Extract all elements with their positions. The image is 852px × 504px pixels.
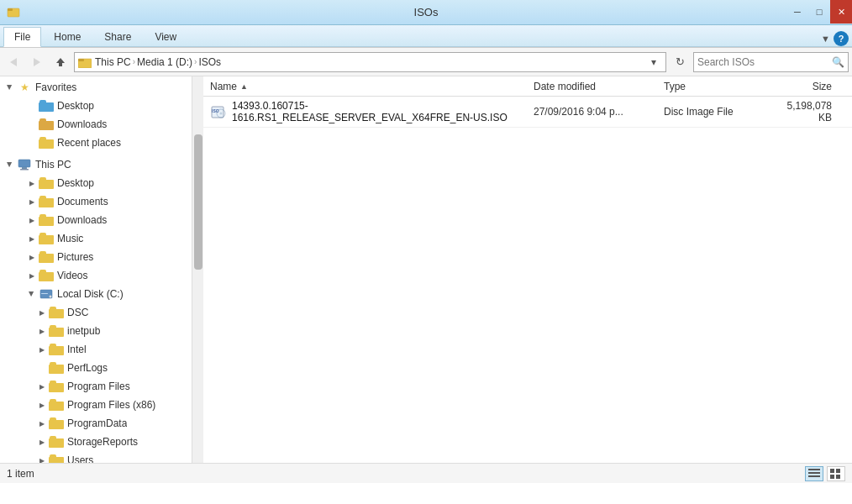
breadcrumb-media[interactable]: Media 1 (D:) <box>137 56 192 68</box>
table-row[interactable]: ISO 14393.0.160715-1616.RS1_RELEASE_SERV… <box>203 97 852 128</box>
forward-button[interactable] <box>27 52 47 72</box>
col-type-label: Type <box>664 81 686 92</box>
sidebar-item-programdata[interactable]: ▶ ProgramData <box>0 414 192 433</box>
col-header-date[interactable]: Date modified <box>534 81 664 92</box>
svg-rect-20 <box>808 475 820 477</box>
program-files-x86-arrow: ▶ <box>37 400 47 410</box>
ribbon-tab-bar: File Home Share View ▼ ? <box>0 25 852 47</box>
tab-share[interactable]: Share <box>93 27 142 46</box>
svg-rect-21 <box>830 469 834 473</box>
program-files-x86-icon <box>49 398 64 412</box>
thispc-arrow: ▶ <box>5 160 15 170</box>
dsc-arrow: ▶ <box>37 307 47 318</box>
sidebar-item-perflogs[interactable]: PerfLogs <box>0 359 192 377</box>
col-name-label: Name <box>210 81 237 92</box>
sidebar-item-inetpub[interactable]: ▶ inetpub <box>0 322 192 340</box>
favorites-header[interactable]: ▶ ★ Favorites <box>0 78 192 97</box>
view-controls <box>805 466 845 481</box>
breadcrumb-sep1: › <box>133 57 135 66</box>
sidebar: ▶ ★ Favorites Desktop Downloads <box>0 76 192 463</box>
nav-bar: This PC › Media 1 (D:) › ISOs ▾ ↻ 🔍 <box>0 48 852 76</box>
ribbon-expand-icon[interactable]: ▼ <box>821 34 830 44</box>
sidebar-item-downloads-pc[interactable]: ▶ Downloads <box>0 211 192 229</box>
sidebar-item-dsc[interactable]: ▶ DSC <box>0 303 192 322</box>
thispc-header[interactable]: ▶ This PC <box>0 155 192 174</box>
svg-marker-3 <box>34 58 40 66</box>
svg-rect-18 <box>808 469 820 470</box>
sidebar-item-desktop-pc[interactable]: ▶ Desktop <box>0 174 192 192</box>
details-view-button[interactable] <box>805 466 823 481</box>
address-icon <box>78 56 92 68</box>
up-button[interactable] <box>50 52 71 72</box>
minimize-button[interactable]: ─ <box>786 0 808 24</box>
breadcrumb-sep2: › <box>194 57 197 66</box>
perflogs-label: PerfLogs <box>67 362 108 374</box>
sidebar-item-documents[interactable]: ▶ Documents <box>0 192 192 211</box>
main-layout: ▶ ★ Favorites Desktop Downloads <box>0 76 852 463</box>
back-button[interactable] <box>3 52 24 72</box>
tab-home[interactable]: Home <box>43 27 92 46</box>
iso-file-icon: ISO <box>210 103 227 120</box>
window-title: ISOs <box>414 6 439 18</box>
dsc-icon <box>49 306 64 319</box>
sidebar-item-recent[interactable]: Recent places <box>0 134 192 152</box>
search-bar[interactable]: 🔍 <box>693 52 849 72</box>
window-controls: ─ □ ✕ <box>786 0 852 24</box>
local-disk-icon <box>39 287 54 301</box>
search-input[interactable] <box>697 56 832 68</box>
sidebar-item-downloads-fav[interactable]: Downloads <box>0 115 192 134</box>
col-header-type[interactable]: Type <box>664 81 786 92</box>
storage-reports-icon <box>49 435 64 449</box>
users-arrow: ▶ <box>37 455 47 463</box>
storage-reports-label: StorageReports <box>67 436 138 448</box>
refresh-button[interactable]: ↻ <box>670 52 690 72</box>
sidebar-item-local-disk[interactable]: ▶ Local Disk (C:) <box>0 285 192 303</box>
sidebar-item-desktop-fav[interactable]: Desktop <box>0 97 192 115</box>
svg-rect-23 <box>830 475 834 479</box>
svg-rect-19 <box>808 472 820 474</box>
sidebar-item-pictures[interactable]: ▶ Pictures <box>0 248 192 266</box>
address-dropdown-button[interactable]: ▾ <box>645 56 662 68</box>
music-icon <box>39 232 54 245</box>
program-files-arrow: ▶ <box>37 381 47 391</box>
help-icon[interactable]: ? <box>834 31 849 46</box>
svg-rect-8 <box>18 160 30 167</box>
local-disk-label: Local Disk (C:) <box>57 288 124 300</box>
sidebar-item-program-files-x86[interactable]: ▶ Program Files (x86) <box>0 396 192 414</box>
breadcrumb-isos[interactable]: ISOs <box>198 56 221 68</box>
documents-label: Documents <box>57 196 108 207</box>
intel-arrow: ▶ <box>37 344 47 354</box>
sidebar-container: ▶ ★ Favorites Desktop Downloads <box>0 76 203 463</box>
favorites-group: ▶ ★ Favorites Desktop Downloads <box>0 76 192 154</box>
tab-view[interactable]: View <box>144 27 187 46</box>
col-header-name[interactable]: Name ▲ <box>210 81 534 92</box>
maximize-button[interactable]: □ <box>808 0 830 24</box>
sidebar-item-program-files[interactable]: ▶ Program Files <box>0 377 192 396</box>
sidebar-item-videos[interactable]: ▶ Videos <box>0 266 192 285</box>
dsc-label: DSC <box>67 307 88 318</box>
svg-marker-2 <box>10 58 17 66</box>
svg-rect-10 <box>20 169 29 171</box>
sidebar-item-users[interactable]: ▶ Users <box>0 451 192 463</box>
sidebar-scrollbar[interactable] <box>192 76 203 463</box>
item-count: 1 item <box>7 468 34 480</box>
close-button[interactable]: ✕ <box>830 0 852 24</box>
svg-rect-1 <box>8 8 13 11</box>
breadcrumb-thispc[interactable]: This PC <box>95 56 131 68</box>
address-bar[interactable]: This PC › Media 1 (D:) › ISOs ▾ <box>74 52 666 72</box>
local-disk-arrow: ▶ <box>27 289 37 299</box>
tab-file[interactable]: File <box>3 27 41 47</box>
col-header-size[interactable]: Size <box>786 81 845 92</box>
large-icon-view-button[interactable] <box>827 466 845 481</box>
sidebar-item-intel[interactable]: ▶ Intel <box>0 340 192 359</box>
recent-arrow <box>27 138 37 148</box>
sidebar-item-storage-reports[interactable]: ▶ StorageReports <box>0 433 192 451</box>
downloads-fav-icon <box>39 118 54 131</box>
svg-marker-4 <box>56 58 65 63</box>
svg-rect-7 <box>78 59 84 61</box>
users-icon <box>49 454 64 463</box>
column-headers: Name ▲ Date modified Type Size <box>203 76 852 97</box>
videos-arrow: ▶ <box>27 270 37 281</box>
programdata-label: ProgramData <box>67 417 127 429</box>
sidebar-item-music[interactable]: ▶ Music <box>0 229 192 248</box>
